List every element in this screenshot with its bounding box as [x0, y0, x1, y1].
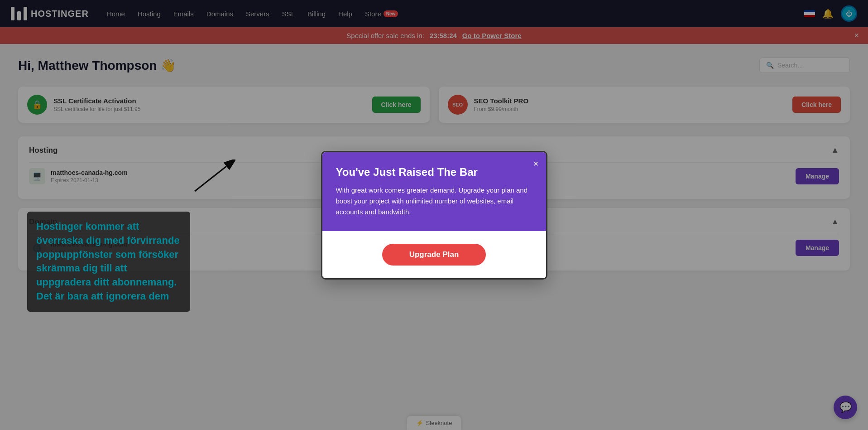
modal-close-button[interactable]: ×: [533, 159, 539, 169]
modal-footer: Upgrade Plan: [322, 231, 546, 278]
modal-header: × You've Just Raised The Bar With great …: [322, 152, 546, 231]
modal-overlay: × You've Just Raised The Bar With great …: [0, 0, 868, 430]
upgrade-modal: × You've Just Raised The Bar With great …: [321, 151, 547, 280]
upgrade-plan-button[interactable]: Upgrade Plan: [382, 244, 486, 266]
modal-body: With great work comes greater demand. Up…: [336, 185, 532, 217]
modal-title: You've Just Raised The Bar: [336, 166, 532, 179]
